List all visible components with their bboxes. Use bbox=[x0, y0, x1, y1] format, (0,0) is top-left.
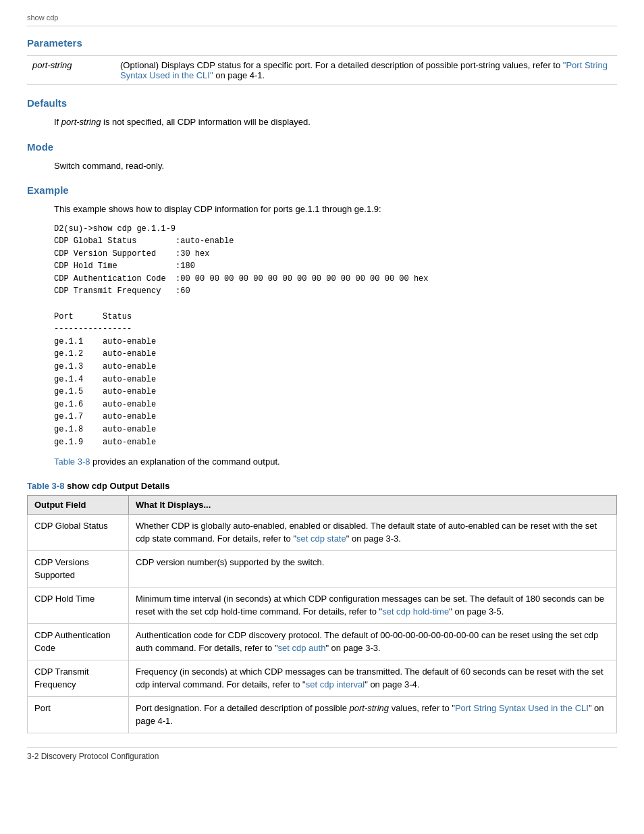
table-row: PortPort designation. For a detailed des… bbox=[28, 696, 617, 733]
param-name: port-string bbox=[27, 56, 115, 85]
output-field-name: CDP Versions Supported bbox=[28, 550, 129, 587]
code-block: D2(su)->show cdp ge.1.1-9 CDP Global Sta… bbox=[54, 223, 590, 449]
output-field-desc: Minimum time interval (in seconds) at wh… bbox=[129, 587, 617, 623]
output-field-name: CDP Global Status bbox=[28, 514, 129, 550]
desc-middle: values, refer to " bbox=[389, 703, 455, 713]
desc-end: " on page 3-3. bbox=[325, 643, 380, 653]
output-table: Output Field What It Displays... CDP Glo… bbox=[27, 495, 617, 733]
output-field-desc: Port designation. For a detailed descrip… bbox=[129, 696, 617, 733]
output-field-desc: Frequency (in seconds) at which CDP mess… bbox=[129, 660, 617, 696]
table-ref-end: provides an explanation of the command o… bbox=[90, 457, 279, 467]
table-row: CDP Global StatusWhether CDP is globally… bbox=[28, 514, 617, 550]
example-intro-text: This example shows how to display CDP in… bbox=[54, 204, 381, 214]
desc-start: Minimum time interval (in seconds) at wh… bbox=[136, 594, 604, 617]
defaults-text-start: If bbox=[54, 117, 61, 127]
parameters-title: Parameters bbox=[27, 37, 617, 49]
row-link[interactable]: set cdp hold-time bbox=[382, 606, 449, 617]
table-row: CDP Authentication CodeAuthentication co… bbox=[28, 623, 617, 660]
mode-title: Mode bbox=[27, 141, 617, 153]
row-link[interactable]: Port String Syntax Used in the CLI bbox=[455, 703, 589, 713]
param-description: (Optional) Displays CDP status for a spe… bbox=[115, 56, 617, 85]
parameters-section: Parameters port-string (Optional) Displa… bbox=[27, 37, 617, 85]
param-desc-end: on page 4-1. bbox=[213, 70, 265, 80]
desc-end: " on page 3-3. bbox=[346, 533, 401, 544]
output-field-name: CDP Hold Time bbox=[28, 587, 129, 623]
example-intro: This example shows how to display CDP in… bbox=[54, 203, 617, 216]
mode-section: Mode Switch command, read-only. bbox=[27, 141, 617, 173]
row-link[interactable]: set cdp state bbox=[296, 533, 346, 544]
example-title: Example bbox=[27, 184, 617, 196]
table-row: CDP Hold TimeMinimum time interval (in s… bbox=[28, 587, 617, 623]
table-reference: Table 3-8 provides an explanation of the… bbox=[54, 455, 617, 469]
table-row: port-string (Optional) Displays CDP stat… bbox=[27, 56, 617, 85]
output-field-name: Port bbox=[28, 696, 129, 733]
table-row: CDP Transmit FrequencyFrequency (in seco… bbox=[28, 660, 617, 696]
example-section: Example This example shows how to displa… bbox=[27, 184, 617, 469]
output-field-desc: CDP version number(s) supported by the s… bbox=[129, 550, 617, 587]
output-field-name: CDP Authentication Code bbox=[28, 623, 129, 660]
col-what-it-displays: What It Displays... bbox=[129, 495, 617, 514]
table-row: CDP Versions SupportedCDP version number… bbox=[28, 550, 617, 587]
output-field-name: CDP Transmit Frequency bbox=[28, 660, 129, 696]
desc-start: Port designation. For a detailed descrip… bbox=[136, 703, 350, 713]
output-field-desc: Authentication code for CDP discovery pr… bbox=[129, 623, 617, 660]
table-ref-link[interactable]: Table 3-8 bbox=[54, 457, 90, 467]
row-link[interactable]: set cdp auth bbox=[278, 643, 326, 653]
table-caption: Table 3-8 show cdp Output Details bbox=[27, 481, 617, 491]
defaults-italic: port-string bbox=[61, 117, 101, 127]
parameters-table: port-string (Optional) Displays CDP stat… bbox=[27, 55, 617, 85]
output-field-desc: Whether CDP is globally auto-enabled, en… bbox=[129, 514, 617, 550]
defaults-title: Defaults bbox=[27, 97, 617, 109]
table-caption-text: show cdp Output Details bbox=[64, 481, 169, 491]
param-desc-start: (Optional) Displays CDP status for a spe… bbox=[120, 60, 563, 70]
row-link[interactable]: set cdp interval bbox=[306, 679, 365, 689]
col-output-field: Output Field bbox=[28, 495, 129, 514]
desc-end: " on page 3-4. bbox=[365, 679, 419, 689]
defaults-text: If port-string is not specified, all CDP… bbox=[54, 115, 617, 129]
defaults-text-end: is not specified, all CDP information wi… bbox=[101, 117, 310, 127]
table-caption-link[interactable]: Table 3-8 bbox=[27, 481, 64, 491]
defaults-section: Defaults If port-string is not specified… bbox=[27, 97, 617, 129]
mode-text: Switch command, read-only. bbox=[54, 159, 617, 173]
breadcrumb: show cdp bbox=[27, 14, 617, 26]
output-table-section: Table 3-8 show cdp Output Details Output… bbox=[27, 481, 617, 733]
port-string-italic: port-string bbox=[350, 703, 390, 713]
page-footer: 3-2 Discovery Protocol Configuration bbox=[27, 747, 617, 761]
desc-end: " on page 3-5. bbox=[449, 606, 504, 617]
table-header-row: Output Field What It Displays... bbox=[28, 495, 617, 514]
